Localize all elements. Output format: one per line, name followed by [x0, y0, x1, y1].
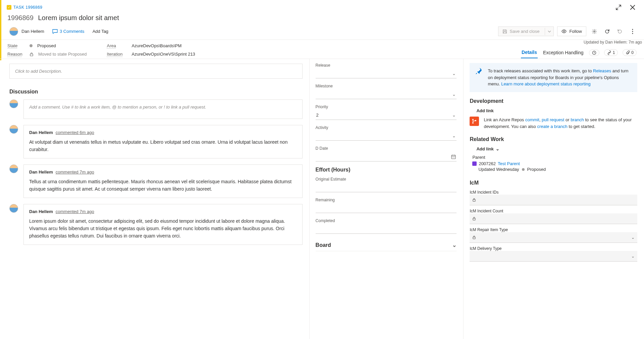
avatar	[9, 99, 18, 108]
chevron-down-icon: ⌄	[452, 242, 457, 248]
iteration-value[interactable]: AzureDevOps\OneVS\Sprint 213	[132, 52, 195, 57]
svg-point-8	[472, 119, 474, 120]
chevron-down-icon: ⌄	[452, 133, 456, 138]
parent-label: Parent	[472, 155, 637, 160]
comment-item: Dan Hellem commented 6m ago At volutpat …	[9, 125, 303, 158]
close-icon[interactable]	[628, 3, 637, 12]
branch-link[interactable]: branch	[571, 117, 584, 122]
icm-incident-count-label: IcM Incident Count	[470, 209, 637, 213]
follow-button[interactable]: Follow	[557, 26, 586, 36]
parent-work-item[interactable]: 2007262 Test Parent	[472, 161, 637, 166]
work-item-title[interactable]: Lorem ipsum dolor sit amet	[38, 14, 119, 21]
original-estimate-label: Original Estimate	[316, 177, 457, 182]
comment-author: Dan Hellem	[29, 130, 53, 135]
save-and-close-button[interactable]: Save and close	[498, 26, 554, 36]
priority-label: Priority	[316, 105, 457, 109]
svg-rect-12	[473, 218, 475, 220]
svg-point-3	[632, 31, 633, 32]
icm-repair-type-field[interactable]: ⌄	[470, 232, 637, 243]
related-work-heading: Related Work	[470, 136, 637, 142]
refresh-icon[interactable]	[602, 27, 612, 36]
comment-input[interactable]: Add a comment. Use # to link a work item…	[23, 99, 303, 119]
avatar	[9, 125, 18, 134]
chevron-down-icon: ⌄	[631, 254, 635, 259]
create-branch-link[interactable]: create a branch	[537, 124, 567, 129]
more-actions-icon[interactable]	[628, 27, 637, 36]
activity-dropdown[interactable]: ⌄	[316, 131, 457, 141]
state-dot-icon	[30, 44, 33, 47]
remaining-input[interactable]	[316, 204, 457, 213]
comment-timestamp[interactable]: commented 7m ago	[56, 170, 94, 175]
ddate-input[interactable]	[316, 152, 457, 161]
icm-delivery-type-field[interactable]: ⌄	[470, 251, 637, 262]
iteration-label: Iteration	[107, 52, 127, 57]
chevron-down-icon: ⌄	[496, 146, 499, 151]
releases-link[interactable]: Releases	[593, 68, 611, 73]
links-button[interactable]: 1	[604, 49, 618, 56]
assignee-picker[interactable]: Dan Hellem	[9, 27, 44, 36]
remaining-label: Remaining	[316, 198, 457, 202]
icm-incident-ids-field	[470, 195, 637, 205]
icm-incident-count-field	[470, 213, 637, 224]
svg-point-9	[472, 122, 474, 124]
deployment-info-card: To track releases associated with this w…	[470, 63, 637, 92]
undo-icon[interactable]	[615, 27, 625, 36]
area-value[interactable]: AzureDevOps\Boards\PM	[132, 43, 182, 48]
avatar	[9, 204, 18, 213]
attachments-button[interactable]: 0	[623, 49, 637, 56]
release-dropdown[interactable]: ⌄	[316, 69, 457, 78]
svg-rect-11	[473, 200, 475, 202]
pull-request-link[interactable]: pull request	[542, 117, 564, 122]
comments-link[interactable]: 3 Comments	[52, 29, 85, 34]
lock-icon	[472, 198, 476, 202]
svg-point-2	[632, 29, 633, 30]
board-section-toggle[interactable]: Board ⌄	[316, 239, 457, 251]
parent-title-link[interactable]: Test Parent	[498, 161, 520, 166]
add-tag-button[interactable]: Add Tag	[93, 29, 108, 34]
milestone-dropdown[interactable]: ⌄	[316, 90, 457, 99]
development-heading: Development	[470, 98, 637, 104]
icm-incident-ids-label: IcM Incident IDs	[470, 190, 637, 195]
add-dev-link-button[interactable]: Add link	[476, 108, 637, 113]
task-type-icon: ✓	[7, 5, 11, 10]
svg-rect-5	[30, 54, 33, 56]
svg-point-0	[564, 31, 565, 32]
task-breadcrumb[interactable]: TASK 1996869	[13, 5, 43, 10]
activity-label: Activity	[316, 125, 457, 130]
save-dropdown-icon[interactable]	[545, 28, 553, 35]
rocket-icon	[475, 68, 483, 87]
state-value[interactable]: Proposed	[37, 43, 56, 48]
release-label: Release	[316, 63, 457, 68]
area-label: Area	[107, 43, 127, 48]
tab-exception-handling[interactable]: Exception Handling	[542, 47, 584, 58]
comment-body: At volutpat diam ut venenatis tellus in …	[29, 138, 297, 153]
ddate-label: D Date	[316, 146, 457, 151]
calendar-icon[interactable]	[451, 154, 456, 159]
comment-timestamp[interactable]: commented 6m ago	[56, 130, 94, 135]
lock-icon	[472, 217, 476, 220]
completed-input[interactable]	[316, 224, 457, 234]
commit-link[interactable]: commit	[525, 117, 539, 122]
expand-icon[interactable]	[614, 3, 623, 12]
settings-icon[interactable]	[590, 27, 599, 36]
description-field[interactable]: Click to add Description.	[9, 64, 303, 79]
tab-details[interactable]: Details	[521, 47, 538, 58]
priority-dropdown[interactable]: 2⌄	[316, 111, 457, 120]
icm-heading: IcM	[470, 180, 637, 186]
svg-point-1	[594, 30, 595, 32]
lock-icon	[472, 235, 476, 239]
comment-item: Dan Hellem commented 7m ago Lorem ipsum …	[9, 204, 303, 245]
reason-value: Moved to state Proposed	[38, 52, 87, 57]
comment-author: Dan Hellem	[29, 209, 53, 214]
history-button[interactable]	[589, 50, 599, 56]
original-estimate-input[interactable]	[316, 183, 457, 192]
add-related-link-button[interactable]: Add link ⌄	[476, 146, 637, 151]
state-dot-icon	[522, 168, 525, 171]
learn-more-link[interactable]: Learn more about deployment status repor…	[501, 81, 591, 86]
discussion-heading: Discussion	[9, 89, 303, 95]
parent-state: Proposed	[527, 167, 546, 172]
reason-label: Reason	[7, 52, 25, 57]
chevron-down-icon: ⌄	[452, 71, 456, 76]
branch-icon	[470, 117, 479, 126]
comment-timestamp[interactable]: commented 7m ago	[56, 209, 94, 214]
